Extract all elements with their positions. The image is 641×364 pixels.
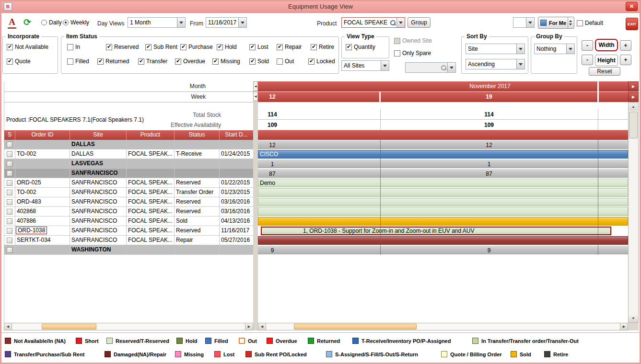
usage-bar-ord-025[interactable]: Demo bbox=[258, 179, 628, 187]
scroll-up-icon[interactable] bbox=[629, 103, 638, 111]
search-icon[interactable] bbox=[390, 19, 396, 26]
timeline-row-sanfrancisco[interactable]: 8787 bbox=[258, 169, 628, 178]
timeline-row-dallas[interactable]: 1212 bbox=[258, 140, 628, 149]
timeline-row-washington[interactable]: 99 bbox=[258, 245, 628, 255]
usage-bar-407886[interactable] bbox=[258, 217, 628, 226]
chevron-down-icon[interactable] bbox=[177, 18, 185, 27]
checkbox-sold[interactable]: Sold bbox=[249, 58, 269, 65]
quick-select-combo[interactable] bbox=[513, 17, 535, 28]
usage-bar-to-002[interactable]: CISCO bbox=[258, 150, 628, 159]
order-row-407886[interactable]: 407886SANFRANCISCOFOCAL SPEAK...Sold04/1… bbox=[4, 216, 254, 226]
checkbox-filled[interactable]: Filled bbox=[67, 58, 89, 65]
usage-bar-lasvegas[interactable]: 11 bbox=[258, 159, 628, 168]
sites-filter-combo[interactable]: All Sites bbox=[341, 60, 389, 71]
from-date-picker[interactable]: 11/16/2017 bbox=[206, 17, 247, 28]
usage-bar-ord-1038[interactable]: 1, ORD-1038 - Support for Zoom-in and Zo… bbox=[261, 227, 611, 235]
height-box[interactable]: Height bbox=[595, 55, 618, 66]
timeline-row-sertkt-034[interactable] bbox=[258, 236, 628, 245]
usage-bar-sertkt-034[interactable] bbox=[258, 236, 628, 245]
site-group-row-dallas[interactable]: DALLAS bbox=[4, 140, 254, 149]
group-by-combo[interactable]: Nothing bbox=[534, 44, 575, 54]
reset-button[interactable]: Reset bbox=[589, 67, 620, 76]
product-search-combo[interactable]: FOCAL SPEAKE bbox=[341, 17, 405, 28]
column-header-status[interactable]: Status bbox=[175, 130, 220, 140]
timeline-row-ord-1038[interactable]: 1, ORD-1038 - Support for Zoom-in and Zo… bbox=[258, 226, 628, 236]
timeline-scroll-right-icon[interactable] bbox=[628, 92, 639, 102]
checkbox-out[interactable]: Out bbox=[277, 58, 294, 65]
panel-splitter[interactable] bbox=[253, 81, 258, 330]
timeline-row-407886[interactable] bbox=[258, 216, 628, 226]
scroll-down-icon[interactable] bbox=[629, 315, 638, 322]
width-minus-button[interactable]: - bbox=[582, 40, 593, 51]
timeline-row-402868[interactable] bbox=[258, 207, 628, 216]
chevron-down-icon[interactable] bbox=[516, 59, 524, 69]
sort-direction-combo[interactable]: Ascending bbox=[466, 59, 525, 69]
checkbox-only-spare[interactable]: Only Spare bbox=[394, 50, 431, 57]
scrollbar-thumb[interactable] bbox=[294, 324, 417, 330]
chevron-down-icon[interactable] bbox=[566, 44, 574, 54]
chevron-down-icon[interactable] bbox=[396, 18, 405, 27]
checkbox-sub-rent[interactable]: Sub Rent bbox=[145, 44, 177, 50]
checkbox-missing[interactable]: Missing bbox=[212, 58, 240, 65]
checkbox-returned[interactable]: Returned bbox=[97, 58, 129, 65]
usage-bar-to-002[interactable] bbox=[258, 188, 628, 197]
site-group-row-lasvegas[interactable]: LASVEGAS bbox=[4, 159, 254, 169]
usage-bar-sanfrancisco[interactable]: 8787 bbox=[258, 169, 628, 178]
checkbox-transfer[interactable]: Transfer bbox=[138, 58, 167, 65]
checkbox-overdue[interactable]: Overdue bbox=[175, 58, 205, 65]
vertical-scrollbar[interactable] bbox=[628, 102, 639, 323]
order-row-sertkt-034[interactable]: SERTKT-034SANFRANCISCOFOCAL SPEAK...Repa… bbox=[4, 236, 254, 245]
checkbox-quote[interactable]: Quote bbox=[7, 58, 31, 65]
left-horizontal-scrollbar[interactable] bbox=[4, 323, 253, 330]
order-row-to-002[interactable]: TO-002SANFRANCISCOFOCAL SPEAK...Transfer… bbox=[4, 188, 254, 197]
order-row-ord-025[interactable]: ORD-025SANFRANCISCOFOCAL SPEAK...Reserve… bbox=[4, 178, 254, 188]
order-row-ord-483[interactable]: ORD-483SANFRANCISCOFOCAL SPEAK...Reserve… bbox=[4, 197, 254, 207]
scrollbar-thumb[interactable] bbox=[629, 112, 638, 138]
height-plus-button[interactable]: + bbox=[620, 55, 631, 65]
scroll-right-icon[interactable] bbox=[245, 323, 253, 330]
order-row-402868[interactable]: 402868SANFRANCISCOFOCAL SPEAK...Reserved… bbox=[4, 207, 254, 216]
scroll-left-icon[interactable] bbox=[4, 323, 12, 330]
column-header-site[interactable]: Site bbox=[70, 130, 127, 140]
font-style-icon[interactable]: A bbox=[6, 16, 18, 29]
usage-bar-ord-483[interactable] bbox=[258, 198, 628, 206]
for-me-button[interactable]: For Me bbox=[538, 17, 574, 29]
chevron-down-icon[interactable] bbox=[526, 18, 534, 27]
column-header-order-id[interactable]: Order ID bbox=[15, 130, 70, 140]
usage-bar-402868[interactable] bbox=[258, 207, 628, 216]
checkbox-reserved[interactable]: Reserved bbox=[106, 44, 139, 50]
order-row-to-002[interactable]: TO-002DALLASFOCAL SPEAK...T-Receive01/24… bbox=[4, 149, 254, 159]
checkbox-not-available[interactable]: Not Available bbox=[7, 44, 48, 50]
checkbox-in[interactable]: In bbox=[67, 44, 80, 50]
checkbox-hold[interactable]: Hold bbox=[217, 44, 237, 50]
scrollbar-thumb[interactable] bbox=[42, 324, 96, 330]
usage-bar-dallas[interactable]: 1212 bbox=[258, 140, 628, 149]
width-box[interactable]: Width bbox=[595, 39, 618, 51]
timeline-row-to-002[interactable]: CISCO bbox=[258, 149, 628, 159]
weekly-radio[interactable]: Weekly bbox=[63, 19, 89, 26]
group-button[interactable]: Group bbox=[408, 17, 431, 28]
column-header-s[interactable]: S bbox=[4, 130, 15, 140]
timeline-row-to-002[interactable] bbox=[258, 188, 628, 197]
site-group-row-washington[interactable]: WASHINGTON bbox=[4, 245, 254, 255]
scroll-left-icon[interactable] bbox=[253, 91, 258, 101]
close-icon[interactable]: ✕ bbox=[626, 2, 638, 11]
chevron-down-icon[interactable] bbox=[238, 18, 246, 27]
right-horizontal-scrollbar[interactable] bbox=[258, 323, 628, 330]
checkbox-locked[interactable]: Locked bbox=[308, 58, 335, 65]
checkbox-purchase[interactable]: Purchase bbox=[180, 44, 213, 50]
timeline-row-ord-483[interactable] bbox=[258, 197, 628, 207]
daily-radio[interactable]: Daily bbox=[41, 19, 62, 26]
chevron-down-icon[interactable] bbox=[516, 44, 524, 54]
timeline-row-ord-025[interactable]: Demo bbox=[258, 178, 628, 188]
height-minus-button[interactable]: - bbox=[582, 55, 593, 65]
timeline-row-lasvegas[interactable]: 11 bbox=[258, 159, 628, 169]
exit-button[interactable]: EXIT bbox=[626, 18, 638, 30]
chevron-down-icon[interactable] bbox=[381, 61, 389, 70]
column-header-product[interactable]: Product bbox=[127, 130, 175, 140]
scroll-left-icon[interactable] bbox=[253, 81, 258, 91]
sort-field-combo[interactable]: Site bbox=[466, 44, 525, 54]
width-plus-button[interactable]: + bbox=[620, 40, 631, 51]
day-views-combo[interactable]: 1 Month bbox=[128, 17, 186, 28]
checkbox-owned-site[interactable]: Owned Site bbox=[394, 37, 432, 44]
